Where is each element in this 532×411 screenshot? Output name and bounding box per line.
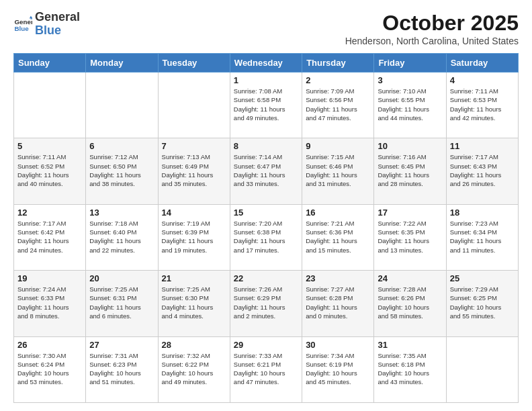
table-row (158, 73, 230, 138)
day-number: 29 (234, 340, 298, 350)
day-info: Sunrise: 7:19 AMSunset: 6:39 PMDaylight:… (162, 219, 226, 255)
day-number: 4 (450, 75, 515, 85)
day-number: 30 (306, 340, 370, 350)
day-number: 1 (234, 75, 298, 85)
day-number: 28 (162, 340, 226, 350)
day-number: 8 (234, 141, 298, 151)
day-info: Sunrise: 7:12 AMSunset: 6:50 PMDaylight:… (89, 152, 154, 188)
table-row: 21Sunrise: 7:25 AMSunset: 6:30 PMDayligh… (158, 271, 230, 336)
logo-icon: General Blue (13, 15, 32, 34)
day-info: Sunrise: 7:25 AMSunset: 6:30 PMDaylight:… (162, 285, 226, 320)
logo-blue: Blue (35, 24, 80, 38)
table-row: 9Sunrise: 7:15 AMSunset: 6:46 PMDaylight… (302, 138, 374, 204)
table-row (14, 73, 86, 138)
day-number: 2 (306, 75, 370, 85)
day-info: Sunrise: 7:34 AMSunset: 6:19 PMDaylight:… (306, 351, 370, 387)
table-row: 27Sunrise: 7:31 AMSunset: 6:23 PMDayligh… (86, 336, 158, 402)
day-number: 9 (306, 141, 370, 151)
table-row: 30Sunrise: 7:34 AMSunset: 6:19 PMDayligh… (302, 336, 374, 402)
col-monday: Monday (86, 54, 158, 73)
table-row: 17Sunrise: 7:22 AMSunset: 6:35 PMDayligh… (374, 204, 446, 270)
calendar-table: Sunday Monday Tuesday Wednesday Thursday… (13, 53, 519, 403)
day-info: Sunrise: 7:18 AMSunset: 6:40 PMDaylight:… (89, 219, 154, 255)
table-row: 28Sunrise: 7:32 AMSunset: 6:22 PMDayligh… (158, 336, 230, 402)
day-info: Sunrise: 7:24 AMSunset: 6:33 PMDaylight:… (17, 285, 82, 320)
table-row: 31Sunrise: 7:35 AMSunset: 6:18 PMDayligh… (374, 336, 446, 402)
day-info: Sunrise: 7:10 AMSunset: 6:55 PMDaylight:… (378, 87, 442, 122)
table-row: 23Sunrise: 7:27 AMSunset: 6:28 PMDayligh… (302, 271, 374, 336)
day-number: 6 (89, 141, 154, 151)
day-info: Sunrise: 7:28 AMSunset: 6:26 PMDaylight:… (378, 285, 442, 320)
table-row: 10Sunrise: 7:16 AMSunset: 6:45 PMDayligh… (374, 138, 446, 204)
col-saturday: Saturday (446, 54, 518, 73)
day-number: 20 (89, 273, 154, 283)
day-info: Sunrise: 7:13 AMSunset: 6:49 PMDaylight:… (162, 152, 226, 188)
logo: General Blue General Blue (13, 11, 80, 38)
day-info: Sunrise: 7:29 AMSunset: 6:25 PMDaylight:… (450, 285, 515, 320)
calendar-header-row: Sunday Monday Tuesday Wednesday Thursday… (14, 54, 519, 73)
day-number: 7 (162, 141, 226, 151)
logo-general: General (35, 11, 80, 24)
day-info: Sunrise: 7:14 AMSunset: 6:47 PMDaylight:… (234, 152, 298, 188)
day-info: Sunrise: 7:33 AMSunset: 6:21 PMDaylight:… (234, 351, 298, 387)
day-info: Sunrise: 7:30 AMSunset: 6:24 PMDaylight:… (17, 351, 82, 387)
table-row: 24Sunrise: 7:28 AMSunset: 6:26 PMDayligh… (374, 271, 446, 336)
day-number: 26 (17, 340, 82, 350)
day-info: Sunrise: 7:23 AMSunset: 6:34 PMDaylight:… (450, 219, 515, 255)
calendar-week-row: 1Sunrise: 7:08 AMSunset: 6:58 PMDaylight… (14, 73, 519, 138)
day-info: Sunrise: 7:27 AMSunset: 6:28 PMDaylight:… (306, 285, 370, 320)
table-row: 3Sunrise: 7:10 AMSunset: 6:55 PMDaylight… (374, 73, 446, 138)
day-number: 17 (378, 208, 442, 218)
day-number: 11 (450, 141, 515, 151)
day-number: 24 (378, 273, 442, 283)
month-title: October 2025 (345, 11, 519, 36)
day-number: 13 (89, 208, 154, 218)
day-number: 22 (234, 273, 298, 283)
day-number: 21 (162, 273, 226, 283)
day-number: 18 (450, 208, 515, 218)
day-number: 16 (306, 208, 370, 218)
day-info: Sunrise: 7:32 AMSunset: 6:22 PMDaylight:… (162, 351, 226, 387)
location: Henderson, North Carolina, United States (345, 36, 519, 46)
calendar-week-row: 5Sunrise: 7:11 AMSunset: 6:52 PMDaylight… (14, 138, 519, 204)
calendar-week-row: 12Sunrise: 7:17 AMSunset: 6:42 PMDayligh… (14, 204, 519, 270)
title-area: October 2025 Henderson, North Carolina, … (345, 11, 519, 46)
day-info: Sunrise: 7:11 AMSunset: 6:52 PMDaylight:… (17, 152, 82, 188)
day-number: 5 (17, 141, 82, 151)
table-row: 25Sunrise: 7:29 AMSunset: 6:25 PMDayligh… (446, 271, 518, 336)
day-number: 19 (17, 273, 82, 283)
day-number: 3 (378, 75, 442, 85)
day-info: Sunrise: 7:21 AMSunset: 6:36 PMDaylight:… (306, 219, 370, 255)
table-row: 18Sunrise: 7:23 AMSunset: 6:34 PMDayligh… (446, 204, 518, 270)
day-number: 27 (89, 340, 154, 350)
col-thursday: Thursday (302, 54, 374, 73)
day-info: Sunrise: 7:35 AMSunset: 6:18 PMDaylight:… (378, 351, 442, 387)
day-number: 15 (234, 208, 298, 218)
col-sunday: Sunday (14, 54, 86, 73)
col-wednesday: Wednesday (230, 54, 302, 73)
table-row: 16Sunrise: 7:21 AMSunset: 6:36 PMDayligh… (302, 204, 374, 270)
day-info: Sunrise: 7:31 AMSunset: 6:23 PMDaylight:… (89, 351, 154, 387)
calendar-week-row: 26Sunrise: 7:30 AMSunset: 6:24 PMDayligh… (14, 336, 519, 402)
col-tuesday: Tuesday (158, 54, 230, 73)
table-row (86, 73, 158, 138)
day-info: Sunrise: 7:16 AMSunset: 6:45 PMDaylight:… (378, 152, 442, 188)
table-row: 22Sunrise: 7:26 AMSunset: 6:29 PMDayligh… (230, 271, 302, 336)
table-row: 12Sunrise: 7:17 AMSunset: 6:42 PMDayligh… (14, 204, 86, 270)
table-row: 8Sunrise: 7:14 AMSunset: 6:47 PMDaylight… (230, 138, 302, 204)
table-row: 1Sunrise: 7:08 AMSunset: 6:58 PMDaylight… (230, 73, 302, 138)
table-row: 6Sunrise: 7:12 AMSunset: 6:50 PMDaylight… (86, 138, 158, 204)
table-row: 29Sunrise: 7:33 AMSunset: 6:21 PMDayligh… (230, 336, 302, 402)
day-info: Sunrise: 7:22 AMSunset: 6:35 PMDaylight:… (378, 219, 442, 255)
table-row: 15Sunrise: 7:20 AMSunset: 6:38 PMDayligh… (230, 204, 302, 270)
day-number: 31 (378, 340, 442, 350)
col-friday: Friday (374, 54, 446, 73)
day-info: Sunrise: 7:26 AMSunset: 6:29 PMDaylight:… (234, 285, 298, 320)
table-row: 20Sunrise: 7:25 AMSunset: 6:31 PMDayligh… (86, 271, 158, 336)
day-info: Sunrise: 7:09 AMSunset: 6:56 PMDaylight:… (306, 87, 370, 122)
day-info: Sunrise: 7:08 AMSunset: 6:58 PMDaylight:… (234, 87, 298, 122)
table-row: 2Sunrise: 7:09 AMSunset: 6:56 PMDaylight… (302, 73, 374, 138)
table-row: 5Sunrise: 7:11 AMSunset: 6:52 PMDaylight… (14, 138, 86, 204)
table-row: 14Sunrise: 7:19 AMSunset: 6:39 PMDayligh… (158, 204, 230, 270)
page: General Blue General Blue October 2025 H… (0, 0, 532, 411)
